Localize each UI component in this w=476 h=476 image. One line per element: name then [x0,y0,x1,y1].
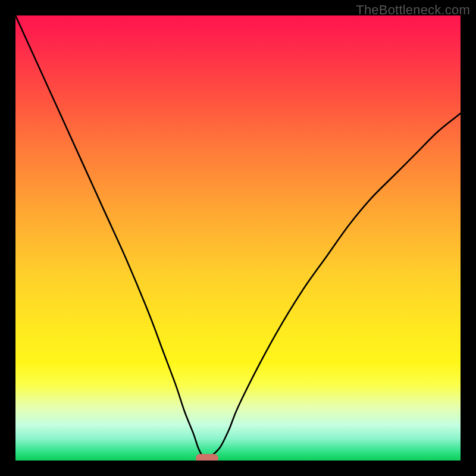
chart-frame: TheBottleneck.com [0,0,476,476]
watermark-text: TheBottleneck.com [356,2,470,18]
bottleneck-curve [15,15,461,461]
plot-area [15,15,461,461]
optimal-marker [196,454,218,461]
